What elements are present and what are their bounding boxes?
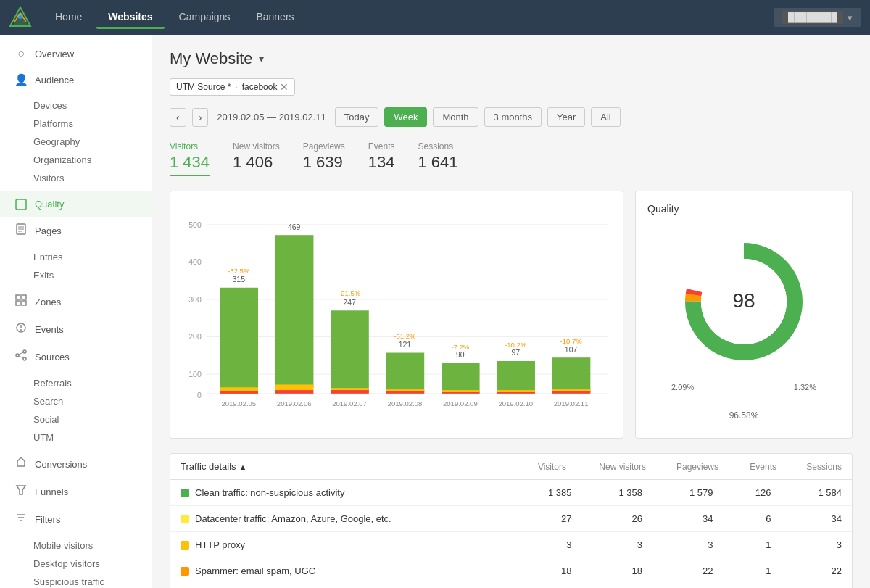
stat-sessions-label: Sessions — [418, 141, 458, 152]
sidebar-item-entries[interactable]: Entries — [33, 248, 152, 266]
conversions-icon — [14, 457, 28, 471]
stat-pageviews[interactable]: Pageviews 1 639 — [303, 141, 345, 176]
svg-text:2019.02.05: 2019.02.05 — [221, 399, 256, 407]
traffic-color-indicator — [181, 515, 189, 523]
stat-events[interactable]: Events 134 — [368, 141, 395, 176]
svg-text:400: 400 — [188, 257, 202, 266]
date-all-button[interactable]: All — [591, 107, 620, 127]
date-next-button[interactable]: › — [192, 108, 209, 127]
sidebar-item-exits[interactable]: Exits — [33, 266, 152, 284]
svg-text:2019.02.11: 2019.02.11 — [554, 399, 589, 407]
bar-20190209[interactable] — [442, 363, 480, 392]
traffic-pageviews: 1 579 — [652, 480, 723, 506]
filter-tag-utm[interactable]: UTM Source * · facebook ✕ — [170, 78, 295, 96]
sidebar-item-mobile-visitors[interactable]: Mobile visitors — [33, 537, 152, 555]
date-prev-button[interactable]: ‹ — [170, 108, 186, 127]
svg-text:-10.2%: -10.2% — [505, 341, 527, 349]
sidebar-item-quality[interactable]: Quality — [0, 191, 152, 217]
svg-marker-20 — [17, 486, 25, 494]
traffic-table-header[interactable]: Traffic details ▲ Visitors New visitors … — [170, 454, 852, 480]
bar-20190205[interactable] — [220, 288, 259, 392]
sidebar-label-overview: Overview — [35, 49, 74, 59]
svg-text:121: 121 — [399, 340, 412, 349]
bar-20190208-red — [386, 391, 425, 394]
date-3months-button[interactable]: 3 months — [484, 107, 542, 127]
svg-text:97: 97 — [511, 348, 520, 357]
user-menu[interactable]: ████████ ▾ — [774, 8, 861, 27]
svg-rect-3 — [16, 199, 26, 210]
svg-text:-21.5%: -21.5% — [339, 289, 361, 297]
date-month-button[interactable]: Month — [433, 107, 478, 127]
sidebar-item-devices[interactable]: Devices — [33, 96, 152, 115]
nav-items: Home Websites Campaigns Banners — [44, 7, 774, 29]
sources-icon — [14, 349, 28, 364]
sort-icon: ▲ — [239, 463, 247, 471]
traffic-color-indicator — [181, 541, 189, 550]
stat-visitors[interactable]: Visitors 1 434 — [170, 141, 210, 176]
sidebar-item-desktop-visitors[interactable]: Desktop visitors — [33, 555, 152, 573]
bar-20190205-red — [220, 391, 259, 394]
date-today-button[interactable]: Today — [335, 107, 379, 127]
sidebar-item-overview[interactable]: ○ Overview — [0, 41, 152, 67]
stat-sessions-value: 1 641 — [418, 153, 458, 172]
traffic-row-label: HTTP proxy — [195, 539, 245, 550]
sidebar-item-pages[interactable]: Pages — [0, 217, 152, 244]
user-chevron-icon: ▾ — [848, 12, 853, 23]
bar-20190206-red — [276, 390, 314, 394]
sidebar-item-audience[interactable]: 👤 Audience — [0, 67, 152, 93]
date-week-button[interactable]: Week — [384, 107, 427, 127]
traffic-row-label: Spammer: email spam, UGC — [195, 566, 315, 576]
filters-icon — [14, 512, 28, 526]
sidebar-label-quality: Quality — [35, 199, 64, 210]
events-icon — [14, 322, 28, 336]
sidebar-item-zones[interactable]: Zones — [0, 288, 152, 315]
traffic-events: 126 — [723, 480, 781, 506]
zones-icon — [14, 294, 28, 309]
sidebar-item-funnels[interactable]: Funnels — [0, 478, 152, 505]
traffic-events: 6 — [723, 506, 781, 532]
audience-icon: 👤 — [14, 73, 28, 86]
sidebar-item-platforms[interactable]: Platforms — [33, 115, 152, 133]
date-year-button[interactable]: Year — [547, 107, 585, 127]
sidebar-item-filters[interactable]: Filters — [0, 505, 152, 533]
sidebar-item-events[interactable]: Events — [0, 315, 152, 343]
sidebar-item-suspicious-traffic[interactable]: Suspicious traffic — [33, 573, 152, 588]
sidebar-item-referrals[interactable]: Referrals — [33, 374, 152, 392]
nav-websites[interactable]: Websites — [96, 7, 164, 29]
donut-area: 98 2.09% 1.32% 96.58% — [647, 223, 840, 426]
filter-tag-close-icon[interactable]: ✕ — [280, 81, 289, 93]
nav-banners[interactable]: Banners — [244, 7, 305, 29]
bar-20190210[interactable] — [497, 361, 535, 392]
svg-text:0: 0 — [197, 391, 202, 399]
table-row: Attacker: SSH, Bruteforce, DDoS 1 1 1 0 … — [170, 584, 852, 589]
bar-20190211[interactable] — [552, 357, 591, 392]
sidebar-item-conversions[interactable]: Conversions — [0, 450, 152, 478]
sidebar-item-social[interactable]: Social — [33, 410, 152, 428]
svg-text:2019.02.09: 2019.02.09 — [443, 399, 478, 407]
traffic-sessions: 34 — [781, 506, 852, 532]
sidebar-item-utm[interactable]: UTM — [33, 428, 152, 447]
bar-20190206[interactable] — [276, 235, 314, 388]
stat-sessions[interactable]: Sessions 1 641 — [418, 141, 458, 176]
donut-legend: 2.09% 1.32% 96.58% — [647, 383, 840, 421]
nav-home[interactable]: Home — [44, 7, 94, 29]
bar-20190207[interactable] — [331, 310, 369, 392]
nav-campaigns[interactable]: Campaigns — [167, 7, 242, 29]
stat-new-visitors[interactable]: New visitors 1 406 — [233, 141, 280, 176]
svg-rect-9 — [22, 295, 26, 299]
sidebar-item-visitors[interactable]: Visitors — [33, 169, 152, 187]
sidebar-item-organizations[interactable]: Organizations — [33, 151, 152, 169]
svg-text:107: 107 — [565, 345, 578, 354]
svg-text:300: 300 — [188, 295, 202, 304]
svg-point-15 — [16, 354, 19, 357]
sidebar-item-sources[interactable]: Sources — [0, 343, 152, 370]
sidebar-item-search[interactable]: Search — [33, 392, 152, 410]
sidebar-item-geography[interactable]: Geography — [33, 133, 152, 151]
traffic-pageviews: 22 — [652, 558, 723, 584]
stat-pageviews-value: 1 639 — [303, 153, 345, 172]
bar-20190208[interactable] — [386, 353, 425, 392]
svg-point-14 — [20, 329, 22, 331]
page-title-dropdown-icon[interactable]: ▾ — [259, 53, 264, 65]
svg-text:98: 98 — [732, 289, 755, 312]
col-events-header: Events — [718, 462, 776, 472]
